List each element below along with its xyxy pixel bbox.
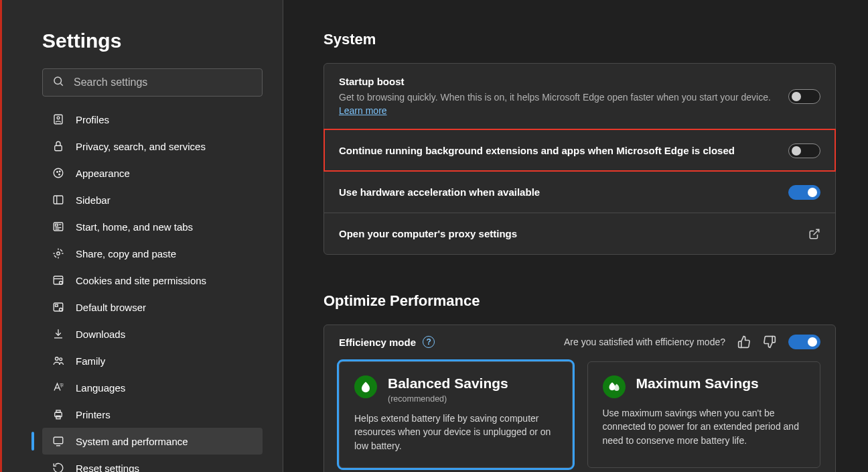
system-card: Startup boost Get to browsing quickly. W…	[323, 63, 836, 255]
startup-learn-more-link[interactable]: Learn more	[339, 105, 387, 116]
nav-label: Printers	[76, 409, 111, 420]
efficiency-toggle[interactable]	[788, 335, 820, 349]
nav-label: Sidebar	[76, 194, 111, 206]
background-apps-row: Continue running background extensions a…	[324, 129, 835, 171]
balanced-recommended: (recommended)	[388, 394, 508, 404]
maximum-savings-card[interactable]: Maximum Savings Use maximum savings when…	[587, 361, 821, 468]
nav-icon	[50, 247, 66, 259]
nav-label: Share, copy and paste	[76, 248, 176, 259]
svg-point-3	[57, 117, 60, 119]
optimize-card: Efficiency mode ? Are you satisfied with…	[323, 324, 836, 472]
thumbs-up-icon[interactable]	[737, 335, 751, 349]
feedback-question: Are you satisfied with efficiency mode?	[564, 337, 725, 347]
startup-boost-row: Startup boost Get to browsing quickly. W…	[324, 64, 835, 129]
svg-rect-31	[56, 416, 60, 419]
leaf-icon	[354, 375, 377, 398]
svg-line-1	[60, 83, 62, 85]
svg-point-25	[56, 357, 59, 361]
nav-label: Reset settings	[76, 463, 139, 473]
nav-item-reset-settings[interactable]: Reset settings	[42, 455, 263, 472]
svg-point-5	[54, 168, 63, 178]
svg-rect-9	[54, 196, 63, 204]
nav-item-printers[interactable]: Printers	[42, 401, 263, 428]
nav-label: Profiles	[76, 114, 109, 125]
svg-point-22	[60, 308, 63, 312]
efficiency-label: Efficiency mode	[339, 337, 416, 348]
startup-boost-desc: Get to browsing quickly. When this is on…	[339, 91, 778, 117]
svg-rect-12	[56, 224, 58, 226]
balanced-savings-card[interactable]: Balanced Savings (recommended) Helps ext…	[339, 361, 573, 468]
svg-rect-30	[56, 410, 60, 412]
nav-label: System and performance	[76, 436, 188, 447]
balanced-title: Balanced Savings	[388, 375, 508, 392]
balanced-desc: Helps extend battery life by saving comp…	[354, 412, 557, 453]
nav-icon	[50, 194, 66, 206]
nav-label: Privacy, search, and services	[76, 141, 206, 152]
svg-point-18	[60, 282, 63, 285]
search-input[interactable]	[74, 76, 252, 88]
svg-line-34	[814, 229, 819, 235]
svg-point-7	[60, 171, 61, 172]
nav-label: Downloads	[76, 329, 125, 340]
nav-label: Family	[76, 355, 105, 367]
background-apps-title: Continue running background extensions a…	[339, 145, 778, 156]
svg-rect-21	[56, 304, 58, 306]
nav-item-appearance[interactable]: Appearance	[42, 160, 263, 186]
nav-label: Default browser	[76, 302, 146, 313]
nav-icon	[50, 462, 66, 472]
hw-accel-title: Use hardware acceleration when available	[339, 186, 778, 198]
nav-icon	[50, 435, 66, 447]
nav-icon	[50, 167, 66, 179]
nav-icon	[50, 113, 66, 125]
efficiency-header: Efficiency mode ? Are you satisfied with…	[324, 325, 835, 361]
nav-item-family[interactable]: Family	[42, 347, 263, 374]
nav-icon: 字	[50, 381, 66, 394]
startup-boost-title: Startup boost	[339, 76, 778, 87]
leaves-icon	[603, 375, 626, 398]
svg-point-26	[60, 358, 62, 361]
background-apps-toggle[interactable]	[788, 143, 820, 158]
hw-accel-row: Use hardware acceleration when available	[324, 171, 835, 213]
svg-rect-17	[54, 276, 63, 284]
max-title: Maximum Savings	[636, 375, 759, 392]
nav-label: Languages	[76, 382, 125, 394]
system-heading: System	[323, 31, 836, 48]
nav-item-default-browser[interactable]: Default browser	[42, 294, 263, 320]
nav-item-cookies-and-site-permissions[interactable]: Cookies and site permissions	[42, 267, 263, 294]
nav-icon	[50, 355, 66, 367]
nav-icon	[50, 408, 66, 420]
nav-item-downloads[interactable]: Downloads	[42, 320, 263, 347]
nav-icon	[50, 140, 66, 152]
svg-text:字: 字	[60, 383, 64, 388]
svg-rect-4	[55, 145, 62, 151]
proxy-row[interactable]: Open your computer's proxy settings	[324, 213, 835, 254]
hw-accel-toggle[interactable]	[788, 185, 820, 200]
nav-icon	[50, 301, 66, 313]
settings-sidebar: Settings ProfilesPrivacy, search, and se…	[2, 0, 283, 472]
main-content: System Startup boost Get to browsing qui…	[283, 0, 868, 472]
thumbs-down-icon[interactable]	[763, 335, 776, 349]
nav-item-privacy-search-and-services[interactable]: Privacy, search, and services	[42, 133, 263, 160]
nav-icon	[50, 274, 66, 286]
max-desc: Use maximum savings when you can't be co…	[603, 406, 806, 447]
svg-point-8	[59, 174, 60, 176]
nav-icon	[50, 221, 66, 233]
nav-item-profiles[interactable]: Profiles	[42, 106, 263, 133]
nav-item-system-and-performance[interactable]: System and performance	[42, 428, 263, 455]
nav-label: Start, home, and new tabs	[76, 221, 193, 233]
settings-nav: ProfilesPrivacy, search, and servicesApp…	[42, 106, 263, 472]
nav-label: Cookies and site permissions	[76, 275, 206, 286]
nav-item-share-copy-and-paste[interactable]: Share, copy and paste	[42, 240, 263, 267]
help-icon[interactable]: ?	[423, 336, 435, 348]
startup-boost-toggle[interactable]	[788, 89, 820, 104]
nav-icon	[50, 328, 66, 340]
search-icon	[52, 75, 64, 90]
nav-item-start-home-and-new-tabs[interactable]: Start, home, and new tabs	[42, 213, 263, 240]
svg-rect-32	[54, 437, 63, 444]
page-title: Settings	[42, 30, 263, 52]
nav-label: Appearance	[76, 168, 130, 179]
nav-item-sidebar[interactable]: Sidebar	[42, 186, 263, 213]
nav-item-languages[interactable]: 字Languages	[42, 374, 263, 401]
search-input-wrap[interactable]	[42, 68, 263, 97]
proxy-title: Open your computer's proxy settings	[339, 228, 798, 239]
